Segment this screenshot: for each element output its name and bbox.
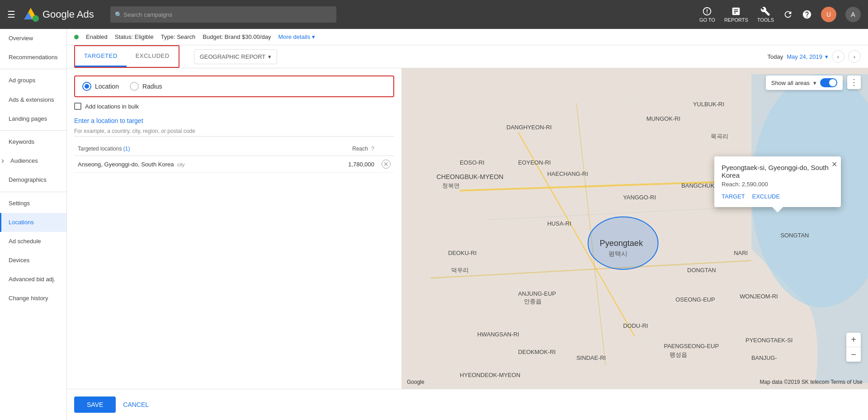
chevron-down-icon: ▾ bbox=[312, 33, 315, 40]
popup-exclude-button[interactable]: EXCLUDE bbox=[752, 193, 780, 200]
popup-target-button[interactable]: TARGET bbox=[722, 193, 745, 200]
sidebar-item-recommendations[interactable]: Recommendations bbox=[0, 48, 66, 67]
add-bulk-checkbox-row[interactable]: Add locations in bulk bbox=[74, 103, 394, 110]
sidebar-item-landing-pages[interactable]: Landing pages bbox=[0, 109, 66, 128]
sidebar-item-ad-groups[interactable]: Ad groups bbox=[0, 71, 66, 90]
svg-text:Pyeongtaek: Pyeongtaek bbox=[600, 239, 643, 248]
svg-text:HWANGSAN-RI: HWANGSAN-RI bbox=[477, 331, 519, 338]
geo-report-button[interactable]: GEOGRAPHIC REPORT ▾ bbox=[194, 49, 278, 64]
sidebar-item-demographics[interactable]: Demographics bbox=[0, 170, 66, 189]
location-cell: Anseong, Gyeonggi-do, South Korea city bbox=[74, 156, 309, 173]
bottom-actions-bar: SAVE CANCEL bbox=[67, 389, 868, 420]
svg-text:HAECHANG-RI: HAECHANG-RI bbox=[547, 170, 588, 177]
table-header-reach: Reach ? bbox=[309, 142, 378, 156]
next-date-arrow[interactable]: › bbox=[848, 50, 861, 63]
svg-text:DONGTAN: DONGTAN bbox=[687, 267, 716, 274]
svg-text:WONJEOM-RI: WONJEOM-RI bbox=[740, 293, 778, 300]
main-layout: Overview Recommendations Ad groups Ads &… bbox=[0, 29, 868, 420]
location-input-container: For example, a country, city, region, or… bbox=[74, 115, 394, 137]
table-header-location: Targeted locations (1) bbox=[74, 142, 309, 156]
svg-text:YULBUK-RI: YULBUK-RI bbox=[693, 101, 724, 108]
sidebar-item-locations[interactable]: Locations bbox=[0, 213, 66, 232]
location-radio-circle[interactable] bbox=[82, 82, 91, 91]
goto-button[interactable]: GO TO bbox=[699, 6, 715, 23]
zoom-in-button[interactable]: + bbox=[846, 333, 861, 347]
location-radio-option[interactable]: Location bbox=[82, 82, 119, 91]
prev-date-arrow[interactable]: ‹ bbox=[832, 50, 844, 63]
map-area: Pyeongtaek 평택시 CHEONGBUK-MYEON 청북면 DANGH… bbox=[401, 68, 868, 389]
radius-radio-option[interactable]: Radius bbox=[130, 82, 162, 91]
sidebar-divider-2 bbox=[0, 130, 66, 131]
sidebar-item-change-history[interactable]: Change history bbox=[0, 289, 66, 308]
svg-text:EOYEON-RI: EOYEON-RI bbox=[518, 159, 551, 166]
help-button[interactable] bbox=[802, 9, 812, 19]
popup-actions: TARGET EXCLUDE bbox=[722, 193, 834, 200]
save-button[interactable]: SAVE bbox=[74, 396, 116, 413]
svg-text:HUSA-RI: HUSA-RI bbox=[547, 220, 571, 227]
sidebar-divider-3 bbox=[0, 192, 66, 192]
refresh-button[interactable] bbox=[783, 9, 793, 19]
location-type-selector: Location Radius bbox=[74, 76, 394, 97]
popup-tail bbox=[772, 207, 783, 212]
svg-text:MUNGOK-RI: MUNGOK-RI bbox=[646, 115, 680, 122]
tab-excluded[interactable]: EXCLUDED bbox=[127, 46, 179, 67]
radius-radio-circle[interactable] bbox=[130, 82, 139, 91]
svg-text:SINDAE-RI: SINDAE-RI bbox=[576, 354, 606, 361]
sidebar-item-ads-extensions[interactable]: Ads & extensions bbox=[0, 90, 66, 109]
svg-text:DEOKU-RI: DEOKU-RI bbox=[448, 250, 476, 256]
show-all-areas-label: Show all areas bbox=[771, 80, 810, 86]
left-panel: Location Radius Add locations in bulk Fo… bbox=[67, 68, 401, 389]
user-avatar[interactable]: U bbox=[821, 7, 836, 22]
more-details-link[interactable]: More details ▾ bbox=[278, 33, 315, 40]
svg-text:BANJUG-: BANJUG- bbox=[751, 354, 777, 361]
svg-text:PYEONGTAEK-SI: PYEONGTAEK-SI bbox=[745, 337, 793, 344]
remove-cell: ✕ bbox=[378, 156, 394, 173]
sidebar-item-audiences[interactable]: Audiences bbox=[0, 151, 66, 170]
sidebar-item-keywords[interactable]: Keywords bbox=[0, 132, 66, 151]
location-radio-label: Location bbox=[95, 83, 119, 90]
svg-text:DODU-RI: DODU-RI bbox=[623, 322, 648, 329]
top-search-bar[interactable]: 🔍 Search campaigns bbox=[110, 6, 336, 23]
svg-text:안중읍: 안중읍 bbox=[524, 298, 542, 305]
sidebar-item-overview[interactable]: Overview bbox=[0, 29, 66, 48]
sidebar-item-ad-schedule[interactable]: Ad schedule bbox=[0, 232, 66, 251]
dropdown-icon[interactable]: ▾ bbox=[813, 80, 816, 86]
show-all-areas-toggle[interactable] bbox=[820, 78, 837, 87]
account-avatar[interactable]: A bbox=[845, 7, 861, 22]
tools-button[interactable]: TOOLS bbox=[757, 6, 774, 23]
tab-targeted[interactable]: TARGETED bbox=[75, 46, 127, 67]
sidebar: Overview Recommendations Ad groups Ads &… bbox=[0, 29, 67, 420]
svg-text:YANGGO-RI: YANGGO-RI bbox=[623, 194, 656, 201]
app-title: Google Ads bbox=[42, 9, 94, 20]
enabled-status: Enabled bbox=[86, 33, 108, 40]
svg-text:DANGHYEON-RI: DANGHYEON-RI bbox=[506, 124, 552, 131]
svg-text:EOSO-RI: EOSO-RI bbox=[460, 159, 484, 166]
add-bulk-checkbox[interactable] bbox=[74, 103, 81, 110]
radius-radio-label: Radius bbox=[142, 83, 162, 90]
map-svg: Pyeongtaek 평택시 CHEONGBUK-MYEON 청북면 DANGH… bbox=[401, 68, 868, 389]
sidebar-item-devices[interactable]: Devices bbox=[0, 251, 66, 270]
sidebar-item-settings[interactable]: Settings bbox=[0, 194, 66, 213]
menu-icon[interactable]: ☰ bbox=[7, 9, 15, 20]
popup-close-button[interactable]: ✕ bbox=[831, 160, 837, 169]
zoom-out-button[interactable]: − bbox=[846, 347, 861, 362]
status-dot-enabled bbox=[74, 35, 79, 39]
google-logo-icon bbox=[23, 6, 39, 23]
sidebar-item-advanced-bid[interactable]: Advanced bid adj. bbox=[0, 270, 66, 289]
top-nav-right-actions: GO TO REPORTS TOOLS U A bbox=[699, 6, 861, 23]
map-terms: Map data ©2019 SK telecom Terms of Use bbox=[760, 379, 863, 385]
date-range-selector: Today May 24, 2019 ▾ ‹ › bbox=[768, 50, 861, 63]
reach-help-icon[interactable]: ? bbox=[371, 146, 374, 152]
map-more-options-button[interactable]: ⋮ bbox=[847, 76, 861, 89]
location-search-input[interactable] bbox=[74, 115, 394, 126]
show-all-areas-control: Show all areas ▾ bbox=[766, 76, 843, 90]
svg-text:CHEONGBUK-MYEON: CHEONGBUK-MYEON bbox=[436, 173, 503, 180]
svg-text:DEOKMOK-RI: DEOKMOK-RI bbox=[518, 349, 556, 355]
svg-text:PAENGSEONG-EUP: PAENGSEONG-EUP bbox=[664, 343, 719, 349]
date-picker[interactable]: May 24, 2019 ▾ bbox=[787, 53, 828, 60]
remove-location-button[interactable]: ✕ bbox=[382, 160, 391, 169]
reports-button[interactable]: REPORTS bbox=[724, 6, 748, 23]
search-placeholder: 🔍 Search campaigns bbox=[115, 11, 172, 18]
content-split: Location Radius Add locations in bulk Fo… bbox=[67, 68, 868, 389]
cancel-button[interactable]: CANCEL bbox=[123, 401, 149, 408]
